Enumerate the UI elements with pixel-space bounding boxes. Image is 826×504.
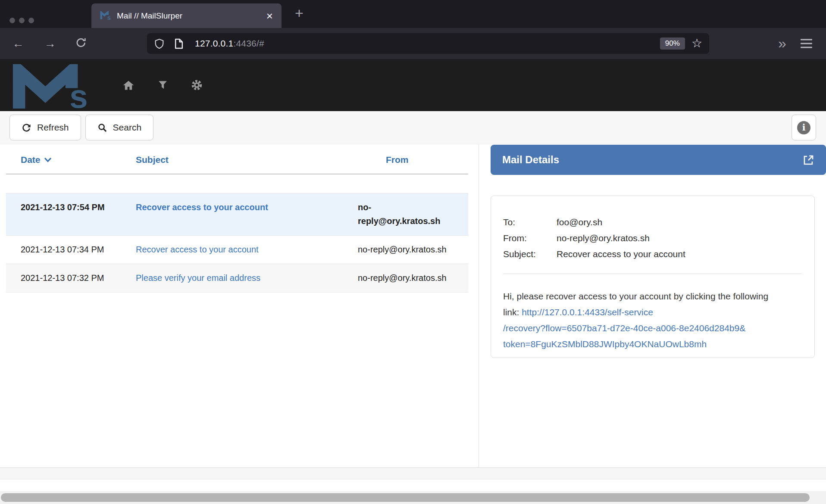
shield-icon[interactable] <box>154 38 165 49</box>
tab-title: Mail // MailSlurper <box>117 11 182 21</box>
mail-list: 2021-12-13 07:54 PM Recover access to yo… <box>6 193 468 292</box>
mail-from: no-reply@ory.kratos.sh <box>358 271 461 285</box>
mail-row[interactable]: 2021-12-13 07:34 PM Recover access to yo… <box>6 235 468 264</box>
column-header-subject[interactable]: Subject <box>136 155 358 165</box>
header-nav <box>122 79 203 91</box>
mail-subject-link[interactable]: Please verify your email address <box>136 273 260 283</box>
url-text[interactable]: 127.0.0.1:4436/# <box>195 38 264 49</box>
tab-close-icon[interactable]: × <box>266 10 273 22</box>
scrollbar-thumb[interactable] <box>1 493 810 502</box>
subject-value: Recover access to your account <box>557 246 685 262</box>
search-icon <box>97 123 107 133</box>
horizontal-scrollbar[interactable] <box>0 491 826 504</box>
tab-favicon-mailslurper-icon: s <box>100 11 111 20</box>
sort-chevron-down-icon <box>44 158 51 162</box>
search-label: Search <box>113 122 142 133</box>
window-maximize-button[interactable] <box>28 18 34 23</box>
date-header-label: Date <box>21 155 41 165</box>
from-label: From: <box>503 230 557 246</box>
zoom-level-badge[interactable]: 90% <box>660 37 685 50</box>
home-icon[interactable] <box>122 80 135 91</box>
info-icon: i <box>797 121 810 134</box>
bottom-band <box>0 467 826 479</box>
mailslurper-header: s <box>0 59 826 111</box>
url-host: 127.0.0.1 <box>195 38 233 48</box>
main-content: Date Subject From 2021-12-13 07:54 PM Re… <box>0 144 826 504</box>
page-info-icon[interactable] <box>174 38 184 49</box>
column-header-from[interactable]: From <box>358 155 461 165</box>
url-bar[interactable]: 127.0.0.1:4436/# 90% ☆ <box>147 33 709 54</box>
mail-subject-link[interactable]: Recover access to your account <box>136 245 259 254</box>
meta-to-row: To: foo@ory.sh <box>503 214 801 230</box>
mail-details-header: Mail Details <box>491 145 826 175</box>
mail-subject-link[interactable]: Recover access to your account <box>136 202 268 212</box>
mail-details-card: To: foo@ory.sh From: no-reply@ory.kratos… <box>491 196 815 358</box>
toolbar-overflow-icon[interactable]: » <box>778 35 785 52</box>
search-button[interactable]: Search <box>85 115 154 140</box>
refresh-label: Refresh <box>37 122 69 133</box>
info-button[interactable]: i <box>792 115 816 140</box>
browser-toolbar: ← → 127.0.0.1:4436/# 90% ☆ » <box>0 28 826 59</box>
recovery-link-line1: http://127.0.0.1:4433/self-service <box>522 307 653 317</box>
mail-details-title: Mail Details <box>502 154 559 166</box>
settings-gear-icon[interactable] <box>191 79 203 91</box>
app-toolbar: Refresh Search i <box>0 111 826 144</box>
mail-date: 2021-12-13 07:32 PM <box>21 271 136 285</box>
recovery-link[interactable]: http://127.0.0.1:4433/self-service/recov… <box>503 307 782 352</box>
refresh-button[interactable]: Refresh <box>9 115 81 140</box>
column-header-date[interactable]: Date <box>21 155 136 165</box>
window-controls[interactable] <box>9 18 34 23</box>
refresh-icon <box>22 123 31 133</box>
mail-details-panel: Mail Details To: foo@ory.sh From: no-rep… <box>491 145 826 358</box>
recovery-link-line2: /recovery?flow=6507ba71-d72e-40ce-a006-8… <box>503 320 782 336</box>
to-value: foo@ory.sh <box>557 214 602 230</box>
mail-from: no-reply@ory.kratos.sh <box>358 200 461 228</box>
panel-divider <box>479 144 479 479</box>
bookmark-star-icon[interactable]: ☆ <box>691 37 702 50</box>
details-divider <box>503 274 801 274</box>
meta-from-row: From: no-reply@ory.kratos.sh <box>503 230 801 246</box>
url-path: :4436/# <box>233 38 264 48</box>
mail-list-header: Date Subject From <box>6 148 468 174</box>
open-external-icon[interactable] <box>803 154 814 166</box>
forward-icon[interactable]: → <box>43 38 57 50</box>
from-value: no-reply@ory.kratos.sh <box>557 230 650 246</box>
recovery-link-line3: token=8FguKzSMblD88JWIpby4OKNaUOwLb8mh <box>503 336 782 352</box>
filter-icon[interactable] <box>157 80 168 90</box>
menu-hamburger-icon[interactable] <box>801 39 812 48</box>
mailslurper-logo: s <box>12 64 98 110</box>
reload-icon[interactable] <box>74 37 88 50</box>
mail-row[interactable]: 2021-12-13 07:32 PM Please verify your e… <box>6 264 468 292</box>
window-close-button[interactable] <box>9 18 15 23</box>
meta-subject-row: Subject: Recover access to your account <box>503 246 801 262</box>
svg-text:s: s <box>69 78 88 110</box>
mail-date: 2021-12-13 07:54 PM <box>21 200 136 228</box>
mail-body: Hi, please recover access to your accoun… <box>503 288 782 352</box>
back-icon[interactable]: ← <box>11 38 25 50</box>
svg-text:s: s <box>107 14 111 20</box>
browser-tab[interactable]: s Mail // MailSlurper × <box>91 3 282 28</box>
mail-row[interactable]: 2021-12-13 07:54 PM Recover access to yo… <box>6 193 468 235</box>
browser-tab-bar: s Mail // MailSlurper × + <box>0 0 826 28</box>
mail-date: 2021-12-13 07:34 PM <box>21 243 136 256</box>
to-label: To: <box>503 214 557 230</box>
new-tab-button[interactable]: + <box>295 5 303 22</box>
subject-label: Subject: <box>503 246 557 262</box>
window-minimize-button[interactable] <box>19 18 25 23</box>
mail-from: no-reply@ory.kratos.sh <box>358 243 461 256</box>
